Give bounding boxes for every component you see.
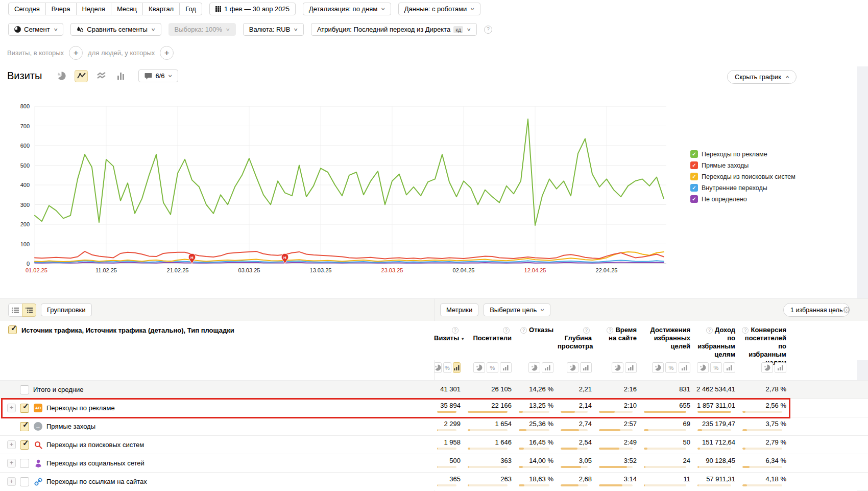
legend-item[interactable]: ✓Переходы из поисковых систем xyxy=(690,173,795,180)
comments-button[interactable]: 6/6 ∨ xyxy=(138,69,178,82)
dimension-header-label: Источник трафика, Источник трафика (дета… xyxy=(21,326,234,334)
expand-button[interactable]: + xyxy=(7,404,16,412)
period-tab[interactable]: Квартал xyxy=(142,3,180,15)
metric-value-cell: 14,00 % xyxy=(516,454,558,472)
help-icon[interactable]: ? xyxy=(484,26,492,34)
metrics-button[interactable]: Метрики xyxy=(440,303,478,316)
expand-button[interactable]: + xyxy=(7,459,16,467)
legend-checkbox[interactable]: ✓ xyxy=(690,161,698,169)
legend-checkbox[interactable]: ✓ xyxy=(690,173,698,180)
metric-value: 655 xyxy=(641,402,690,409)
display-toggle-bar-icon[interactable] xyxy=(542,362,553,373)
display-toggle-bar-icon[interactable] xyxy=(580,362,592,373)
groupings-button[interactable]: Группировки xyxy=(41,303,92,316)
display-toggle-pie-icon[interactable] xyxy=(567,362,578,373)
period-tab[interactable]: Сегодня xyxy=(8,3,46,15)
flat-list-view-button[interactable] xyxy=(8,303,22,317)
chart-type-area-button[interactable] xyxy=(94,70,108,82)
legend-item[interactable]: ✓Не определено xyxy=(690,195,795,203)
display-toggle-pie-icon[interactable] xyxy=(761,362,773,373)
legend-item[interactable]: ✓Прямые заходы xyxy=(690,161,795,169)
row-checkbox[interactable] xyxy=(20,440,29,450)
display-toggle-pie-icon[interactable] xyxy=(612,362,623,373)
display-toggle-pie-icon[interactable] xyxy=(473,362,485,373)
table-header: Источник трафика, Источник трафика (дета… xyxy=(0,321,868,360)
value-bar xyxy=(644,466,686,468)
display-toggle-bar-icon[interactable] xyxy=(625,362,637,373)
row-checkbox[interactable] xyxy=(20,459,29,468)
display-toggle-percent-icon[interactable]: % xyxy=(665,362,677,373)
legend-checkbox[interactable]: ✓ xyxy=(690,195,698,203)
legend-item[interactable]: ✓Внутренние переходы xyxy=(690,184,795,192)
display-toggle-pie-icon[interactable] xyxy=(528,362,540,373)
row-checkbox[interactable] xyxy=(20,477,29,486)
display-toggle-percent-icon[interactable]: % xyxy=(443,362,451,373)
row-name: +Итого и средние xyxy=(0,381,434,399)
row-label[interactable]: Переходы из социальных сетей xyxy=(46,459,144,467)
choose-goal-dropdown[interactable]: Выберите цель ∨ xyxy=(484,303,550,316)
help-icon[interactable]: ? xyxy=(520,327,527,334)
add-people-filter-button[interactable]: + xyxy=(160,46,174,60)
display-toggle-pie-icon[interactable] xyxy=(434,362,442,373)
chart-type-bar-button[interactable] xyxy=(114,70,128,82)
help-icon[interactable]: ? xyxy=(607,327,613,334)
period-tab[interactable]: Неделя xyxy=(76,3,111,15)
row-label[interactable]: Итого и средние xyxy=(33,386,83,393)
legend-checkbox[interactable]: ✓ xyxy=(690,184,698,192)
display-toggle-bar-icon[interactable] xyxy=(679,362,690,373)
metric-value: 235 179,47 xyxy=(694,420,735,428)
help-icon[interactable]: ? xyxy=(452,327,459,334)
display-toggle-bar-icon[interactable] xyxy=(724,362,735,373)
settings-gear-icon[interactable]: ⚙ xyxy=(842,305,851,315)
data-mode-dropdown[interactable]: Данные: с роботами∨ xyxy=(398,3,480,15)
period-tab[interactable]: Вчера xyxy=(45,3,77,15)
sampling-dropdown[interactable]: Выборка: 100%∨ xyxy=(168,23,236,36)
segment-dropdown[interactable]: Сегмент∨ xyxy=(8,23,63,36)
display-toggle-bar-icon[interactable] xyxy=(453,362,461,373)
sampling-label: Выборка: 100% xyxy=(175,26,223,33)
metric-value-cell: 41 301 xyxy=(434,381,465,399)
help-icon[interactable]: ? xyxy=(503,327,510,334)
row-label[interactable]: Переходы из поисковых систем xyxy=(46,441,144,449)
currency-dropdown[interactable]: Валюта: RUB∨ xyxy=(243,23,304,36)
expand-button[interactable]: + xyxy=(7,440,16,449)
hide-chart-button[interactable]: Скрыть график ∧ xyxy=(727,70,797,84)
chosen-goal-pill[interactable]: 1 избранная цель xyxy=(783,303,850,317)
help-icon[interactable]: ? xyxy=(742,327,749,334)
chart-header: Визиты 6/6 ∨ xyxy=(7,69,178,82)
row-label[interactable]: Прямые заходы xyxy=(46,423,95,430)
period-tab[interactable]: Год xyxy=(179,3,202,15)
chart-type-line-button[interactable] xyxy=(75,70,88,82)
display-toggle-bar-icon[interactable] xyxy=(775,362,786,373)
row-checkbox[interactable] xyxy=(20,404,29,413)
row-label[interactable]: Переходы по ссылкам на сайтах xyxy=(46,478,147,485)
detail-dropdown[interactable]: Детализация: по дням∨ xyxy=(303,3,391,15)
row-checkbox[interactable] xyxy=(20,385,29,394)
legend-checkbox[interactable]: ✓ xyxy=(690,150,698,158)
metric-value-cell: 90 128,45 xyxy=(694,454,739,472)
display-toggle-percent-icon[interactable]: % xyxy=(710,362,722,373)
tree-view-button[interactable] xyxy=(22,303,36,317)
legend-label: Не определено xyxy=(702,196,747,203)
date-range-button[interactable]: 1 фев — 30 апр 2025 xyxy=(209,3,296,15)
legend-item[interactable]: ✓Переходы по рекламе xyxy=(690,150,795,158)
display-toggle-percent-icon[interactable]: % xyxy=(487,362,498,373)
chart-type-pie-button[interactable] xyxy=(55,70,68,82)
display-toggle-pie-icon[interactable] xyxy=(652,362,664,373)
display-toggle-bar-icon[interactable] xyxy=(500,362,512,373)
metric-value: 24 xyxy=(641,457,690,464)
add-visits-filter-button[interactable]: + xyxy=(69,46,83,60)
value-bar xyxy=(468,448,508,450)
visits-line-chart[interactable]: 010020030040050060070080001.02.2511.02.2… xyxy=(0,97,684,279)
display-toggle-pie-icon[interactable] xyxy=(697,362,709,373)
expand-button[interactable]: + xyxy=(7,477,16,486)
period-tab[interactable]: Месяц xyxy=(111,3,143,15)
row-checkbox[interactable] xyxy=(20,422,29,431)
row-label[interactable]: Переходы по рекламе xyxy=(46,404,115,412)
metric-value: 2 299 xyxy=(434,420,461,428)
help-icon[interactable]: ? xyxy=(583,327,590,334)
compare-segments-dropdown[interactable]: Сравнить сегменты∨ xyxy=(70,23,161,36)
attribution-dropdown[interactable]: Атрибуция: Последний переход из Директа … xyxy=(311,23,477,36)
help-icon[interactable]: ? xyxy=(706,327,713,334)
dimension-checkbox[interactable] xyxy=(8,325,17,334)
